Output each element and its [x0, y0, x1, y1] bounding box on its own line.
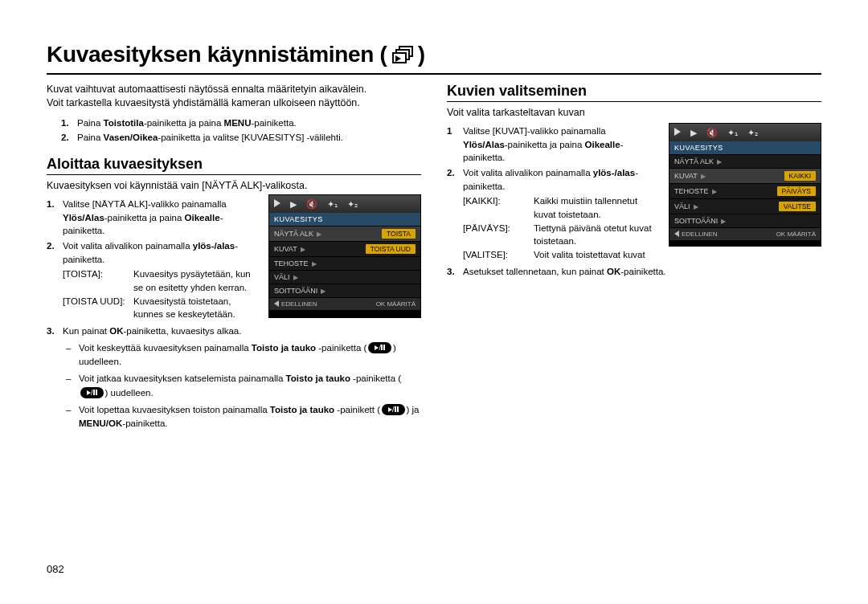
camera-lcd-screenshot: ▶ 🔇 ✦₁ ✦₂ KUVAESITYS NÄYTÄ ALK▶ KUVAT▶KA… [669, 123, 821, 247]
manual-page: Kuvaesityksen käynnistäminen () Kuvat va… [47, 42, 821, 434]
lcd-row: NÄYTÄ ALK▶ [669, 154, 821, 168]
right-section-divider [447, 101, 821, 102]
play-mode-icon [674, 128, 681, 137]
slideshow-icon [392, 45, 415, 71]
right-step3: 3. Asetukset tallennetaan, kun painat OK… [447, 265, 821, 279]
prep-steps: 1. Paina Toistotila-painiketta ja paina … [61, 116, 421, 145]
right-section-desc: Voit valita tarkasteltavan kuvan [447, 107, 821, 118]
star1-icon: ✦₁ [327, 199, 338, 210]
lcd-menu-header: KUVAESITYS [669, 141, 821, 154]
left-section-divider [47, 174, 421, 175]
play-icon: ▶ [690, 128, 697, 138]
volume-icon: 🔇 [306, 199, 317, 210]
left-step-block: ▶ 🔇 ✦₁ ✦₂ KUVAESITYS NÄYTÄ ALK▶TOISTA KU… [47, 198, 421, 431]
title-prefix: Kuvaesityksen käynnistäminen ( [47, 42, 387, 67]
lcd-row: KUVAT▶TOISTA UUD [269, 241, 420, 256]
lcd-row: NÄYTÄ ALK▶TOISTA [269, 226, 420, 241]
left-column: Kuvat vaihtuvat automaattisesti näytössä… [47, 83, 421, 434]
camera-lcd-screenshot: ▶ 🔇 ✦₁ ✦₂ KUVAESITYS NÄYTÄ ALK▶TOISTA KU… [268, 194, 421, 318]
left-step3: 3. Kun painat OK-painiketta, kuvaesitys … [47, 324, 421, 338]
page-title: Kuvaesityksen käynnistäminen () [47, 42, 821, 71]
right-step-block: ▶ 🔇 ✦₁ ✦₂ KUVAESITYS NÄYTÄ ALK▶ KUVAT▶KA… [447, 124, 821, 278]
play-mode-icon [274, 199, 280, 209]
prep-step-1: 1. Paina Toistotila-painiketta ja paina … [61, 116, 421, 130]
play-icon: ▶ [290, 199, 297, 210]
lcd-menu-header: KUVAESITYS [269, 213, 420, 226]
left-section-desc: Kuvaesityksen voi käynnistää vain [NÄYTÄ… [47, 180, 421, 191]
lcd-footer: EDELLINEN OK MÄÄRITÄ [269, 297, 420, 310]
lcd-row: TEHOSTE▶PÄIVÄYS [669, 183, 821, 198]
right-section-title: Kuvien valitseminen [447, 83, 821, 100]
play-pause-icon: / [382, 404, 405, 415]
left-section-title: Aloittaa kuvaesityksen [47, 156, 421, 173]
title-suffix: ) [418, 42, 425, 67]
lcd-row: KUVAT▶KAIKKI [669, 168, 821, 183]
star2-icon: ✦₂ [347, 199, 358, 210]
left-dash-list: –Voit keskeyttää kuvaesityksen painamall… [66, 341, 421, 431]
page-number: 082 [47, 563, 64, 575]
star1-icon: ✦₁ [727, 128, 738, 138]
right-column: Kuvien valitseminen Voit valita tarkaste… [447, 83, 821, 434]
intro-text: Kuvat vaihtuvat automaattisesti näytössä… [47, 83, 421, 110]
lcd-row: VÄLI▶VALITSE [669, 198, 821, 214]
prep-step-2: 2. Paina Vasen/Oikea-painiketta ja valit… [61, 131, 421, 145]
right-definitions: [KAIKKI]:Kaikki muistiin tallennetut kuv… [463, 194, 653, 261]
lcd-row: TEHOSTE▶ [269, 256, 420, 270]
play-pause-icon: / [368, 342, 391, 353]
left-definitions: [TOISTA]:Kuvaesitys pysäytetään, kun se … [63, 267, 252, 321]
lcd-row: SOITTOÄÄNI▶ [669, 214, 821, 227]
lcd-footer: EDELLINEN OK MÄÄRITÄ [669, 227, 821, 240]
lcd-row: VÄLI▶ [269, 270, 420, 284]
title-divider [47, 73, 821, 75]
volume-icon: 🔇 [706, 128, 718, 138]
star2-icon: ✦₂ [747, 128, 758, 138]
play-pause-icon: / [80, 387, 104, 398]
lcd-top-icons: ▶ 🔇 ✦₁ ✦₂ [269, 195, 420, 213]
lcd-row: SOITTOÄÄNI▶ [269, 284, 420, 297]
lcd-top-icons: ▶ 🔇 ✦₁ ✦₂ [669, 124, 821, 141]
